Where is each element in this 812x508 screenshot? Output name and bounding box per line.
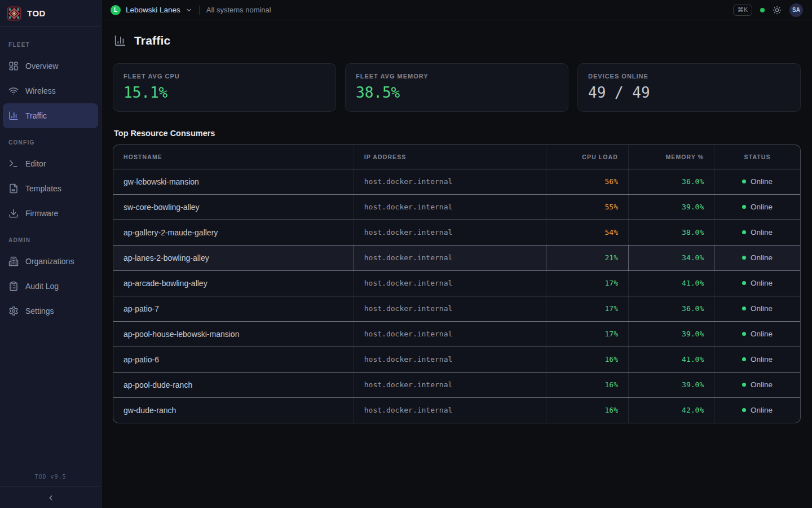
memory-cell: 39.0% [628, 194, 714, 220]
ip-cell: host.docker.internal [354, 372, 546, 397]
ip-cell: host.docker.internal [354, 270, 546, 296]
ip-cell: host.docker.internal [354, 296, 546, 321]
online-dot-icon [742, 408, 746, 412]
status-label: Online [751, 304, 773, 313]
status-cell: Online [714, 321, 800, 347]
cpu-load-cell: 55% [546, 194, 628, 220]
clipboard-list-icon [8, 281, 19, 291]
status-label: Online [751, 380, 773, 389]
topbar-right: ⌘K SA [733, 3, 803, 17]
memory-cell: 41.0% [628, 270, 714, 296]
table-row[interactable]: sw-core-bowling-alley host.docker.intern… [113, 194, 800, 220]
sidebar: TOD FLEET Overview Wireless Traffic CONF… [0, 0, 102, 508]
sidebar-item-label: Traffic [25, 111, 47, 120]
sidebar-item-traffic[interactable]: Traffic [3, 103, 98, 128]
stat-label: FLEET AVG MEMORY [356, 73, 558, 80]
sidebar-item-firmware[interactable]: Firmware [0, 201, 101, 226]
command-palette-shortcut[interactable]: ⌘K [733, 5, 752, 16]
gear-icon [8, 306, 19, 316]
stat-value: 15.1% [123, 84, 325, 101]
status-label: Online [751, 228, 773, 237]
app-name: TOD [27, 8, 46, 18]
cpu-load-cell: 16% [546, 372, 628, 397]
status-cell: Online [714, 347, 800, 372]
ip-cell: host.docker.internal [354, 321, 546, 347]
hostname-cell: gw-lebowski-mansion [113, 169, 354, 194]
sidebar-item-label: Overview [25, 62, 58, 71]
sun-icon [773, 6, 782, 15]
memory-cell: 34.0% [628, 245, 714, 270]
sidebar-collapse-button[interactable] [0, 487, 101, 508]
org-switcher[interactable]: L Lebowski Lanes [111, 5, 192, 15]
chart-column-icon [114, 34, 126, 47]
table-row[interactable]: ap-patio-6 host.docker.internal 16% 41.0… [113, 347, 800, 372]
chevron-down-icon [186, 7, 192, 14]
online-dot-icon [742, 179, 746, 183]
cpu-load-cell: 17% [546, 321, 628, 347]
app-logo-block: TOD [0, 0, 101, 27]
online-dot-icon [742, 306, 746, 310]
user-avatar[interactable]: SA [789, 3, 803, 17]
sidebar-item-label: Templates [25, 184, 61, 193]
nav-section-admin: ADMIN [0, 226, 101, 249]
hostname-cell: sw-core-bowling-alley [113, 194, 354, 220]
table-header-row: HOSTNAME IP ADDRESS CPU LOAD MEMORY % ST… [113, 145, 800, 169]
ip-cell: host.docker.internal [354, 397, 546, 423]
sidebar-item-organizations[interactable]: Organizations [0, 249, 101, 274]
cpu-load-cell: 16% [546, 347, 628, 372]
sidebar-item-label: Settings [25, 306, 54, 316]
sidebar-item-templates[interactable]: Templates [0, 176, 101, 201]
table-row[interactable]: ap-arcade-bowling-alley host.docker.inte… [113, 270, 800, 296]
stat-value: 38.5% [356, 84, 558, 101]
sidebar-item-overview[interactable]: Overview [0, 54, 101, 78]
ip-cell: host.docker.internal [354, 245, 546, 270]
theme-toggle-button[interactable] [773, 6, 782, 15]
cpu-load-cell: 54% [546, 220, 628, 245]
table-row[interactable]: gw-lebowski-mansion host.docker.internal… [113, 169, 800, 194]
sidebar-item-editor[interactable]: Editor [0, 151, 101, 176]
sidebar-item-wireless[interactable]: Wireless [0, 78, 101, 103]
stat-card-fleet-avg-cpu: FLEET AVG CPU 15.1% [113, 63, 336, 112]
status-label: Online [751, 203, 773, 211]
column-header-hostname: HOSTNAME [113, 145, 354, 169]
cpu-load-cell: 16% [546, 397, 628, 423]
sidebar-item-audit-log[interactable]: Audit Log [0, 274, 101, 299]
stat-label: FLEET AVG CPU [123, 73, 325, 80]
online-dot-icon [742, 230, 746, 234]
hostname-cell: ap-gallery-2-maude-gallery [113, 220, 354, 245]
sidebar-item-settings[interactable]: Settings [0, 299, 101, 323]
status-cell: Online [714, 169, 800, 194]
chevron-left-icon [47, 494, 55, 502]
column-header-memory: MEMORY % [628, 145, 714, 169]
topbar-divider [199, 6, 200, 15]
table-row[interactable]: ap-pool-house-lebowski-mansion host.dock… [113, 321, 800, 347]
sidebar-item-label: Organizations [25, 257, 74, 266]
table-row[interactable]: ap-gallery-2-maude-gallery host.docker.i… [113, 220, 800, 245]
page-header: Traffic [114, 34, 801, 47]
table-row[interactable]: ap-pool-dude-ranch host.docker.internal … [113, 372, 800, 397]
sidebar-item-label: Audit Log [25, 282, 59, 291]
page-title: Traffic [134, 34, 170, 47]
table-row[interactable]: gw-dude-ranch host.docker.internal 16% 4… [113, 397, 800, 423]
status-cell: Online [714, 397, 800, 423]
status-cell: Online [714, 372, 800, 397]
hostname-cell: ap-patio-6 [113, 347, 354, 372]
memory-cell: 39.0% [628, 321, 714, 347]
wifi-icon [8, 86, 19, 96]
sidebar-item-label: Firmware [25, 209, 58, 218]
table-row[interactable]: ap-lanes-2-bowling-alley host.docker.int… [113, 245, 800, 270]
building-icon [8, 256, 19, 266]
sidebar-item-label: Editor [25, 159, 46, 168]
system-status-message: All systems nominal [206, 6, 271, 14]
app-version: TOD v9.5 [0, 474, 101, 487]
column-header-status: STATUS [714, 145, 800, 169]
memory-cell: 41.0% [628, 347, 714, 372]
column-header-ip-address: IP ADDRESS [354, 145, 546, 169]
ip-cell: host.docker.internal [354, 220, 546, 245]
status-label: Online [751, 253, 773, 262]
memory-cell: 42.0% [628, 397, 714, 423]
table-row[interactable]: ap-patio-7 host.docker.internal 17% 36.0… [113, 296, 800, 321]
status-label: Online [751, 355, 773, 364]
topbar: L Lebowski Lanes All systems nominal ⌘K … [102, 0, 812, 20]
status-cell: Online [714, 270, 800, 296]
